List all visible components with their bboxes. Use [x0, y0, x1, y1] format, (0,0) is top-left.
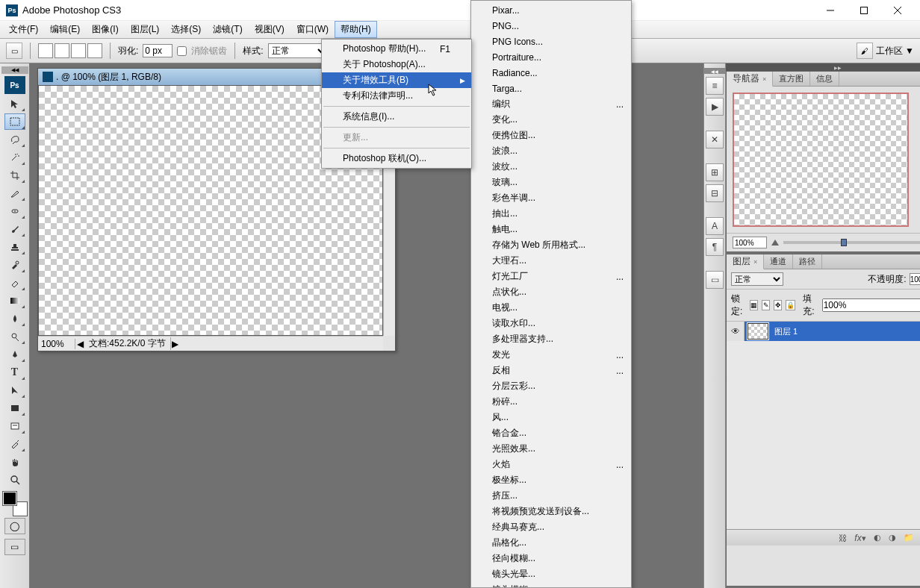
plugin-menu-item[interactable]: 大理石... — [471, 253, 631, 269]
help-menu-item[interactable]: Photoshop 帮助(H)...F1 — [322, 41, 471, 57]
plugin-menu-item[interactable]: 火焰... — [471, 457, 631, 472]
plugin-menu-item[interactable]: 镜头光晕... — [471, 566, 631, 582]
plugin-menu-item[interactable]: Targa... — [471, 81, 631, 96]
tool-preset-icon[interactable]: ▭ — [6, 43, 22, 59]
zoom-tool[interactable] — [4, 472, 25, 488]
plugin-menu-item[interactable]: 发光... — [471, 347, 631, 363]
panels-collapse[interactable]: ▶▶ — [726, 63, 920, 71]
zoom-out-icon[interactable] — [771, 240, 779, 245]
move-tool[interactable] — [4, 96, 25, 112]
antialias-checkbox[interactable] — [177, 46, 187, 56]
minimize-button[interactable] — [813, 0, 847, 21]
strip-icon-2[interactable]: ▶ — [706, 98, 724, 116]
toolbox-collapse[interactable]: ◀◀ — [1, 66, 28, 74]
screenmode-button[interactable]: ▭ — [4, 539, 25, 555]
lock-move-icon[interactable]: ✥ — [774, 300, 782, 310]
lock-all-icon[interactable]: 🔒 — [786, 300, 795, 310]
link-layers-icon[interactable]: ⛓ — [839, 534, 847, 542]
menu-edit[interactable]: 编辑(E) — [44, 21, 86, 38]
plugin-menu-item[interactable]: 光照效果... — [471, 441, 631, 457]
style-select[interactable]: 正常 — [268, 43, 328, 58]
type-tool[interactable]: T — [4, 364, 25, 381]
plugin-menu-item[interactable]: 变化... — [471, 112, 631, 128]
marquee-tool[interactable] — [4, 113, 25, 130]
plugin-menu-item[interactable]: 便携位图... — [471, 128, 631, 143]
brush-tool[interactable] — [4, 221, 25, 237]
tab-navigator[interactable]: 导航器× — [727, 72, 773, 87]
help-menu-item[interactable]: Photoshop 联机(O)... — [322, 151, 471, 166]
scroll-left[interactable]: ◀ — [75, 339, 84, 349]
layer-row[interactable]: 👁 图层 1 — [727, 322, 920, 341]
menu-file[interactable]: 文件(F) — [3, 21, 44, 38]
plugin-menu-item[interactable]: 波浪... — [471, 143, 631, 159]
tab-histogram[interactable]: 直方图 — [773, 72, 810, 86]
slice-tool[interactable] — [4, 185, 25, 201]
sel-new-icon[interactable] — [38, 43, 53, 58]
opacity-input[interactable] — [910, 273, 920, 285]
pen-tool[interactable] — [4, 346, 25, 363]
strip-icon-5[interactable]: ⊟ — [706, 184, 724, 202]
plugin-menu-item[interactable]: 极坐标... — [471, 472, 631, 488]
plugin-menu-item[interactable]: 反相... — [471, 363, 631, 378]
path-select-tool[interactable] — [4, 382, 25, 398]
history-brush-tool[interactable] — [4, 257, 25, 273]
quickmask-button[interactable]: ◯ — [4, 518, 25, 534]
plugin-menu-item[interactable]: 玻璃... — [471, 175, 631, 190]
plugin-menu-item[interactable]: 存储为 Web 所用格式... — [471, 237, 631, 253]
info-menu[interactable]: ▶ — [171, 339, 180, 349]
plugin-menu-item[interactable]: 径向模糊... — [471, 551, 631, 566]
lock-trans-icon[interactable]: ▦ — [750, 300, 758, 310]
lock-paint-icon[interactable]: ✎ — [762, 300, 770, 310]
hand-tool[interactable] — [4, 454, 25, 470]
strip-collapse[interactable]: ◀◀ — [704, 68, 725, 74]
mask-icon[interactable]: ◐ — [874, 533, 881, 542]
plugin-menu-item[interactable]: 分层云彩... — [471, 378, 631, 394]
eraser-tool[interactable] — [4, 275, 25, 291]
menu-layer[interactable]: 图层(L) — [125, 21, 166, 38]
plugin-menu-item[interactable]: 编织... — [471, 96, 631, 112]
fg-color-swatch[interactable] — [3, 492, 16, 505]
plugin-menu-item[interactable]: 电视... — [471, 300, 631, 316]
navigator-thumb[interactable] — [733, 93, 909, 227]
tab-paths[interactable]: 路径 — [793, 254, 822, 269]
plugin-menu-item[interactable]: 读取水印... — [471, 316, 631, 331]
group-icon[interactable]: 📁 — [904, 533, 914, 542]
sel-intersect-icon[interactable] — [87, 43, 102, 58]
tab-channels[interactable]: 通道 — [764, 254, 793, 269]
layer-thumb[interactable] — [748, 323, 768, 340]
eyedropper-tool[interactable] — [4, 436, 25, 452]
plugin-menu-item[interactable]: 灯光工厂... — [471, 269, 631, 284]
shape-tool[interactable] — [4, 400, 25, 416]
help-menu-item[interactable]: 关于增效工具(B)▶ — [322, 72, 471, 88]
dodge-tool[interactable] — [4, 328, 25, 345]
menu-select[interactable]: 选择(S) — [165, 21, 207, 38]
strip-icon-3[interactable]: ✕ — [706, 131, 724, 148]
zoom-field[interactable]: 100% — [38, 339, 75, 349]
blend-mode-select[interactable]: 正常 — [731, 272, 783, 286]
plugin-menu-item[interactable]: 抽出... — [471, 206, 631, 222]
sel-add-icon[interactable] — [55, 43, 69, 58]
plugin-menu-item[interactable]: 镜头模糊... — [471, 582, 631, 588]
plugin-menu-item[interactable]: 铬合金... — [471, 425, 631, 441]
strip-icon-8[interactable]: ▭ — [706, 271, 724, 289]
plugin-menu-item[interactable]: 波纹... — [471, 159, 631, 175]
plugin-menu-item[interactable]: 晶格化... — [471, 535, 631, 551]
fx-icon[interactable]: fx▾ — [854, 533, 865, 543]
stamp-tool[interactable] — [4, 239, 25, 255]
tab-layers[interactable]: 图层× — [727, 254, 764, 269]
maximize-button[interactable] — [847, 0, 880, 21]
ps-logo-icon[interactable]: Ps — [4, 76, 25, 94]
brush-palette-icon[interactable]: 🖌 — [857, 43, 873, 59]
notes-tool[interactable] — [4, 418, 25, 434]
help-menu-item[interactable]: 关于 Photoshop(A)... — [322, 57, 471, 72]
crop-tool[interactable] — [4, 167, 25, 184]
strip-icon-6[interactable]: A — [706, 217, 724, 235]
layer-name[interactable]: 图层 1 — [771, 326, 798, 337]
heal-tool[interactable] — [4, 203, 25, 219]
sel-sub-icon[interactable] — [71, 43, 86, 58]
menu-view[interactable]: 视图(V) — [249, 21, 290, 38]
menu-window[interactable]: 窗口(W) — [290, 21, 335, 38]
plugin-menu-item[interactable]: 将视频预览发送到设备... — [471, 504, 631, 519]
close-button[interactable] — [880, 0, 914, 21]
visibility-icon[interactable]: 👁 — [727, 322, 745, 341]
